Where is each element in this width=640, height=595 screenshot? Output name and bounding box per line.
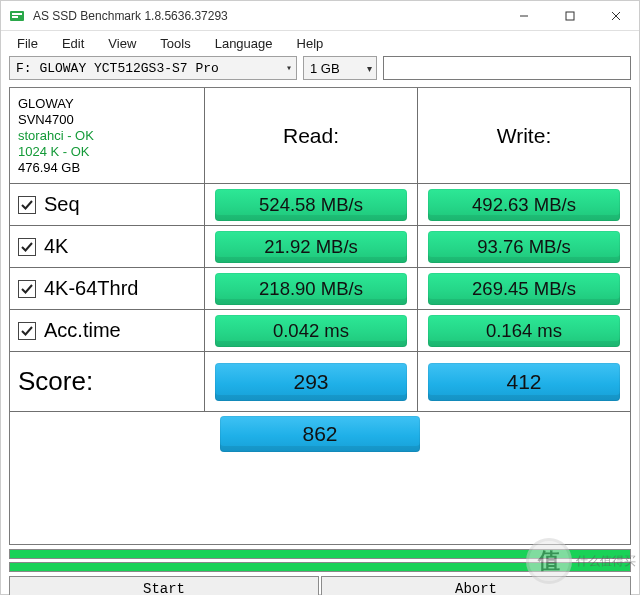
info-row: GLOWAY SVN4700 storahci - OK 1024 K - OK… bbox=[10, 88, 630, 184]
menu-edit[interactable]: Edit bbox=[62, 36, 84, 51]
app-icon bbox=[9, 8, 25, 24]
header-read: Read: bbox=[205, 88, 418, 183]
menu-file[interactable]: File bbox=[17, 36, 38, 51]
row-4k: 4K 21.92 MB/s 93.76 MB/s bbox=[10, 226, 630, 268]
row-score: Score: 293 412 bbox=[10, 352, 630, 412]
info-firmware: SVN4700 bbox=[18, 112, 74, 127]
row-4k-label: 4K bbox=[44, 235, 68, 258]
checkbox-4k64[interactable] bbox=[18, 280, 36, 298]
menu-tools[interactable]: Tools bbox=[160, 36, 190, 51]
menubar: File Edit View Tools Language Help bbox=[1, 31, 639, 55]
minimize-button[interactable] bbox=[501, 1, 547, 31]
checkbox-seq[interactable] bbox=[18, 196, 36, 214]
4k64-write-value: 269.45 MB/s bbox=[428, 273, 620, 305]
device-info: GLOWAY SVN4700 storahci - OK 1024 K - OK… bbox=[10, 88, 205, 183]
score-label: Score: bbox=[10, 352, 205, 411]
start-button[interactable]: Start bbox=[9, 576, 319, 595]
results-panel: GLOWAY SVN4700 storahci - OK 1024 K - OK… bbox=[9, 87, 631, 545]
app-window: AS SSD Benchmark 1.8.5636.37293 File Edi… bbox=[0, 0, 640, 595]
svg-rect-4 bbox=[566, 12, 574, 20]
row-seq-label: Seq bbox=[44, 193, 80, 216]
svg-rect-1 bbox=[12, 13, 22, 15]
info-driver: storahci - OK bbox=[18, 128, 94, 143]
row-acc-label: Acc.time bbox=[44, 319, 121, 342]
row-total: 862 bbox=[10, 412, 630, 456]
score-read: 293 bbox=[215, 363, 407, 401]
acc-read-value: 0.042 ms bbox=[215, 315, 407, 347]
menu-language[interactable]: Language bbox=[215, 36, 273, 51]
drive-select[interactable]: F: GLOWAY YCT512GS3-S7 Pro ▾ bbox=[9, 56, 297, 80]
checkbox-4k[interactable] bbox=[18, 238, 36, 256]
score-total: 862 bbox=[220, 416, 420, 452]
selector-row: F: GLOWAY YCT512GS3-S7 Pro ▾ 1 GB ▾ bbox=[1, 55, 639, 85]
row-4k64: 4K-64Thrd 218.90 MB/s 269.45 MB/s bbox=[10, 268, 630, 310]
4k-write-value: 93.76 MB/s bbox=[428, 231, 620, 263]
row-acc: Acc.time 0.042 ms 0.164 ms bbox=[10, 310, 630, 352]
size-select[interactable]: 1 GB ▾ bbox=[303, 56, 377, 80]
close-button[interactable] bbox=[593, 1, 639, 31]
maximize-button[interactable] bbox=[547, 1, 593, 31]
info-align: 1024 K - OK bbox=[18, 144, 90, 159]
svg-rect-2 bbox=[12, 16, 18, 18]
status-field[interactable] bbox=[383, 56, 631, 80]
4k-read-value: 21.92 MB/s bbox=[215, 231, 407, 263]
seq-write-value: 492.63 MB/s bbox=[428, 189, 620, 221]
menu-help[interactable]: Help bbox=[297, 36, 324, 51]
drive-select-value: F: GLOWAY YCT512GS3-S7 Pro bbox=[16, 61, 219, 76]
header-write: Write: bbox=[418, 88, 630, 183]
acc-write-value: 0.164 ms bbox=[428, 315, 620, 347]
window-title: AS SSD Benchmark 1.8.5636.37293 bbox=[33, 9, 228, 23]
chevron-down-icon: ▾ bbox=[367, 63, 372, 74]
checkbox-acc[interactable] bbox=[18, 322, 36, 340]
watermark-icon: 值 bbox=[526, 538, 572, 584]
menu-view[interactable]: View bbox=[108, 36, 136, 51]
chevron-down-icon: ▾ bbox=[286, 62, 292, 74]
header-write-label: Write: bbox=[497, 124, 551, 148]
info-model: GLOWAY bbox=[18, 96, 74, 111]
4k64-read-value: 218.90 MB/s bbox=[215, 273, 407, 305]
size-select-value: 1 GB bbox=[310, 61, 340, 76]
row-seq: Seq 524.58 MB/s 492.63 MB/s bbox=[10, 184, 630, 226]
seq-read-value: 524.58 MB/s bbox=[215, 189, 407, 221]
info-capacity: 476.94 GB bbox=[18, 160, 80, 175]
row-seq-label-cell: Seq bbox=[10, 184, 205, 225]
header-read-label: Read: bbox=[283, 124, 339, 148]
watermark-line2: 什么值得买 bbox=[576, 555, 636, 568]
watermark: 值 什么值得买 bbox=[516, 533, 636, 589]
row-4k64-label: 4K-64Thrd bbox=[44, 277, 139, 300]
score-write: 412 bbox=[428, 363, 620, 401]
titlebar: AS SSD Benchmark 1.8.5636.37293 bbox=[1, 1, 639, 31]
